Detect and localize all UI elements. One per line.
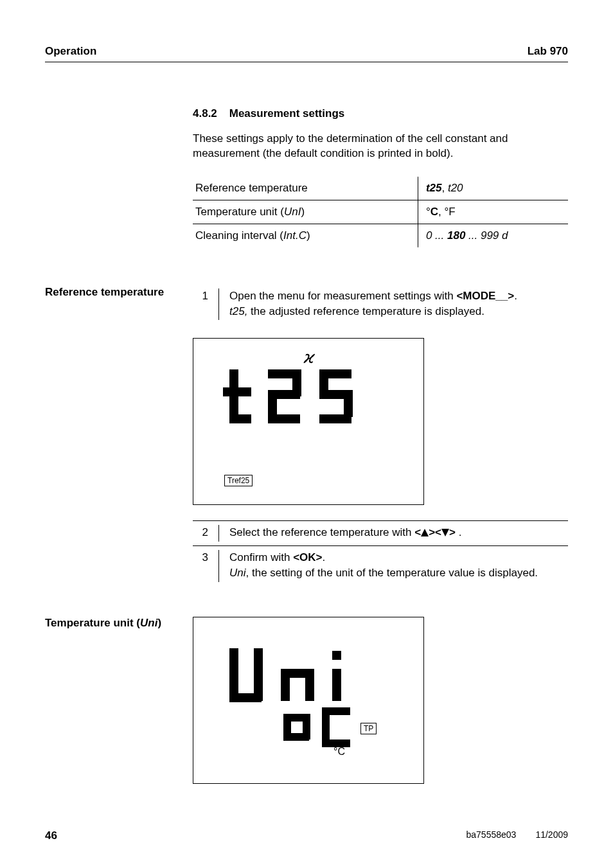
section-title-text: Measurement settings (229, 107, 345, 120)
step-body: Open the menu for measurement settings w… (229, 288, 568, 321)
section-number: 4.8.2 (193, 107, 217, 120)
svg-rect-11 (344, 390, 353, 417)
svg-rect-15 (229, 648, 238, 701)
table-row: Reference temperature t25, t20 (193, 177, 568, 200)
table-row: Temperature unit (UnI) °C, °F (193, 200, 568, 224)
step-2: 2 Select the reference temperature with … (193, 522, 568, 544)
settings-key: Temperature unit (UnI) (193, 200, 418, 224)
lcd-main-value (223, 643, 403, 713)
divider (193, 545, 568, 546)
svg-rect-22 (332, 651, 341, 660)
svg-rect-20 (305, 669, 314, 701)
reference-temperature-label: Reference temperature (45, 286, 173, 299)
step-number: 3 (193, 550, 208, 565)
mode-button-text: <MODE__> (456, 290, 514, 302)
svg-rect-16 (254, 648, 263, 701)
svg-marker-13 (421, 529, 429, 536)
step-number: 1 (193, 288, 208, 304)
step-1: 1 Open the menu for measurement settings… (193, 286, 568, 323)
seven-segment-oc (283, 707, 360, 752)
doc-id: ba75558e03 (466, 829, 517, 842)
triangle-up-icon (421, 529, 429, 536)
step-separator (218, 288, 219, 321)
step-separator (218, 550, 219, 582)
step-body: Confirm with <OK>. Uni, the setting of t… (229, 550, 568, 582)
tref25-badge: Tref25 (224, 475, 253, 486)
degc-label: °C (333, 746, 345, 757)
up-arrow-key: <> (414, 526, 435, 538)
settings-table: Reference temperature t25, t20 Temperatu… (193, 177, 568, 247)
section-intro: These settings apply to the determinatio… (193, 132, 568, 161)
svg-rect-1 (223, 387, 251, 396)
lcd-sub-value (283, 707, 360, 759)
svg-rect-26 (283, 733, 309, 741)
seven-segment-uni (223, 643, 403, 704)
temperature-unit-block: Temperature unit (Uni) (45, 617, 568, 784)
svg-rect-2 (229, 414, 251, 423)
lcd-main-value (223, 364, 371, 434)
settings-key: Reference temperature (193, 177, 418, 200)
page-header: Operation Lab 970 (45, 45, 568, 62)
svg-rect-6 (268, 390, 277, 417)
header-right: Lab 970 (528, 45, 568, 58)
step-number: 2 (193, 525, 208, 540)
step-3: 3 Confirm with <OK>. Uni, the setting of… (193, 547, 568, 585)
doc-date: 11/2009 (535, 829, 568, 842)
reference-temperature-block: Reference temperature 1 Open the menu fo… (45, 286, 568, 585)
down-arrow-key: <> (435, 526, 456, 538)
page-footer: 46 ba75558e03 11/2009 (45, 829, 568, 842)
page-number: 46 (45, 829, 57, 842)
ok-button-text: <OK> (293, 551, 322, 563)
svg-rect-21 (332, 669, 341, 701)
svg-rect-12 (319, 414, 351, 423)
settings-value: 0 ... 180 ... 999 d (418, 224, 568, 247)
divider (193, 520, 568, 521)
svg-marker-14 (441, 529, 449, 536)
table-row: Cleaning interval (Int.C) 0 ... 180 ... … (193, 224, 568, 247)
temperature-unit-label: Temperature unit (Uni) (45, 617, 173, 630)
settings-value: t25, t20 (418, 177, 568, 200)
svg-rect-17 (229, 693, 262, 702)
lcd-display-uni: °C TP (193, 617, 424, 784)
section-heading: 4.8.2 Measurement settings (193, 107, 568, 120)
tp-badge: TP (360, 723, 377, 734)
settings-key: Cleaning interval (Int.C) (193, 224, 418, 247)
seven-segment-t25 (223, 364, 371, 425)
settings-value: °C, °F (418, 200, 568, 224)
header-left: Operation (45, 45, 96, 58)
step-separator (218, 525, 219, 542)
step-body: Select the reference temperature with <>… (229, 525, 568, 542)
lcd-display-t25: ϰ (193, 338, 424, 505)
triangle-down-icon (441, 529, 449, 536)
svg-rect-7 (268, 414, 300, 423)
section-block: 4.8.2 Measurement settings These setting… (45, 107, 568, 279)
